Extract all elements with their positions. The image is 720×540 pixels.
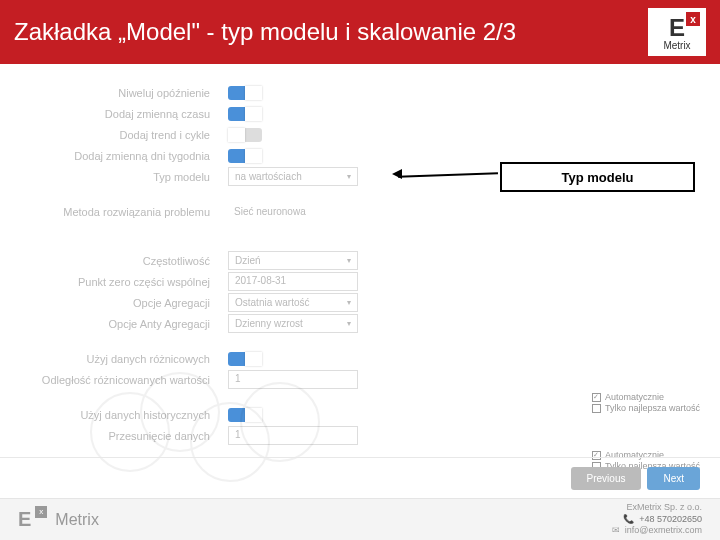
- row-roznicowe: Użyj danych różnicowych: [0, 348, 580, 369]
- select-agregacja[interactable]: Ostatnia wartość ▾: [228, 293, 358, 312]
- label-agregacja: Opcje Agregacji: [0, 297, 228, 309]
- previous-button[interactable]: Previous: [571, 467, 642, 490]
- row-anty-agregacja: Opcje Anty Agregacji Dzienny wzrost ▾: [0, 313, 580, 334]
- check-label-auto-1: Automatycznie: [605, 392, 664, 402]
- label-punkt-zero: Punkt zero części wspólnej: [0, 276, 228, 288]
- content-area: Niweluj opóźnienie Dodaj zmienną czasu D…: [0, 64, 720, 446]
- row-agregacja: Opcje Agregacji Ostatnia wartość ▾: [0, 292, 580, 313]
- checkbox-tylko-1[interactable]: [592, 404, 601, 413]
- input-odleglosc[interactable]: 1: [228, 370, 358, 389]
- select-typ-modelu[interactable]: na wartościach ▾: [228, 167, 358, 186]
- label-niweluj: Niweluj opóźnienie: [0, 87, 228, 99]
- footer-email: info@exmetrix.com: [625, 525, 702, 537]
- select-czestotliwosc[interactable]: Dzień ▾: [228, 251, 358, 270]
- select-agregacja-value: Ostatnia wartość: [235, 297, 309, 308]
- toggle-dodaj-czasu[interactable]: [228, 107, 262, 121]
- logo-letter-e: E: [669, 14, 685, 42]
- toggle-roznicowe[interactable]: [228, 352, 262, 366]
- label-historyczne: Użyj danych historycznych: [0, 409, 228, 421]
- logo-badge-x: x: [686, 12, 700, 26]
- footer-logo-metrix: Metrix: [55, 511, 99, 529]
- logo-top: E x Metrix: [648, 8, 706, 56]
- select-anty-agregacja[interactable]: Dzienny wzrost ▾: [228, 314, 358, 333]
- checkbox-auto-1[interactable]: ✓: [592, 393, 601, 402]
- next-button[interactable]: Next: [647, 467, 700, 490]
- toggle-historyczne[interactable]: [228, 408, 262, 422]
- label-dodaj-dni: Dodaj zmienną dni tygodnia: [0, 150, 228, 162]
- row-odleglosc: Odległość różnicowanych wartości 1: [0, 369, 580, 390]
- label-dodaj-trend: Dodaj trend i cykle: [0, 129, 228, 141]
- label-typ-modelu: Typ modelu: [0, 171, 228, 183]
- form-area: Niweluj opóźnienie Dodaj zmienną czasu D…: [0, 82, 580, 446]
- check-label-tylko-1: Tylko najlepsza wartość: [605, 403, 700, 413]
- check-label-auto-2: Automatycznie: [605, 450, 664, 460]
- row-dodaj-dni: Dodaj zmienną dni tygodnia: [0, 145, 580, 166]
- footer-phone: +48 570202650: [639, 514, 702, 526]
- nav-buttons: Previous Next: [571, 467, 700, 490]
- footer-bar: Ex Metrix ExMetrix Sp. z o.o. 📞+48 57020…: [0, 498, 720, 540]
- footer-contact: ExMetrix Sp. z o.o. 📞+48 570202650 ✉info…: [612, 502, 702, 537]
- label-metoda: Metoda rozwiązania problemu: [0, 206, 228, 218]
- row-dodaj-czasu: Dodaj zmienną czasu: [0, 103, 580, 124]
- header-bar: Zakładka „Model" - typ modelu i skalowan…: [0, 0, 720, 64]
- label-odleglosc: Odległość różnicowanych wartości: [0, 374, 228, 386]
- select-anty-agregacja-value: Dzienny wzrost: [235, 318, 303, 329]
- footer-company: ExMetrix Sp. z o.o.: [626, 502, 702, 514]
- caret-icon: ▾: [347, 319, 351, 328]
- label-przesuniecie: Przesunięcie danych: [0, 430, 228, 442]
- toggle-dodaj-dni[interactable]: [228, 149, 262, 163]
- select-typ-modelu-value: na wartościach: [235, 171, 302, 182]
- row-typ-modelu: Typ modelu na wartościach ▾: [0, 166, 580, 187]
- checkbox-auto-2[interactable]: ✓: [592, 451, 601, 460]
- phone-icon: 📞: [623, 514, 634, 526]
- footer-logo-e: E: [18, 508, 31, 531]
- row-niweluj: Niweluj opóźnienie: [0, 82, 580, 103]
- value-metoda: Sieć neuronowa: [228, 204, 312, 219]
- page-title: Zakładka „Model" - typ modelu i skalowan…: [14, 18, 648, 46]
- footer-logo: Ex Metrix: [18, 508, 99, 531]
- mail-icon: ✉: [612, 525, 620, 537]
- callout-typ-modelu: Typ modelu: [500, 162, 695, 192]
- row-przesuniecie: Przesunięcie danych 1: [0, 425, 580, 446]
- toggle-niweluj[interactable]: [228, 86, 262, 100]
- callout-label: Typ modelu: [562, 170, 634, 185]
- caret-icon: ▾: [347, 256, 351, 265]
- footer-logo-x: x: [35, 506, 47, 518]
- select-czestotliwosc-value: Dzień: [235, 255, 261, 266]
- checks-group-1: ✓Automatycznie Tylko najlepsza wartość: [592, 392, 700, 414]
- row-historyczne: Użyj danych historycznych: [0, 404, 580, 425]
- input-punkt-zero[interactable]: 2017-08-31: [228, 272, 358, 291]
- caret-icon: ▾: [347, 172, 351, 181]
- label-dodaj-czasu: Dodaj zmienną czasu: [0, 108, 228, 120]
- row-metoda: Metoda rozwiązania problemu Sieć neurono…: [0, 201, 580, 222]
- caret-icon: ▾: [347, 298, 351, 307]
- divider-line: [0, 457, 720, 458]
- row-punkt-zero: Punkt zero części wspólnej 2017-08-31: [0, 271, 580, 292]
- input-przesuniecie[interactable]: 1: [228, 426, 358, 445]
- row-czestotliwosc: Częstotliwość Dzień ▾: [0, 250, 580, 271]
- toggle-dodaj-trend[interactable]: [228, 128, 262, 142]
- label-czestotliwosc: Częstotliwość: [0, 255, 228, 267]
- label-roznicowe: Użyj danych różnicowych: [0, 353, 228, 365]
- row-dodaj-trend: Dodaj trend i cykle: [0, 124, 580, 145]
- label-anty-agregacja: Opcje Anty Agregacji: [0, 318, 228, 330]
